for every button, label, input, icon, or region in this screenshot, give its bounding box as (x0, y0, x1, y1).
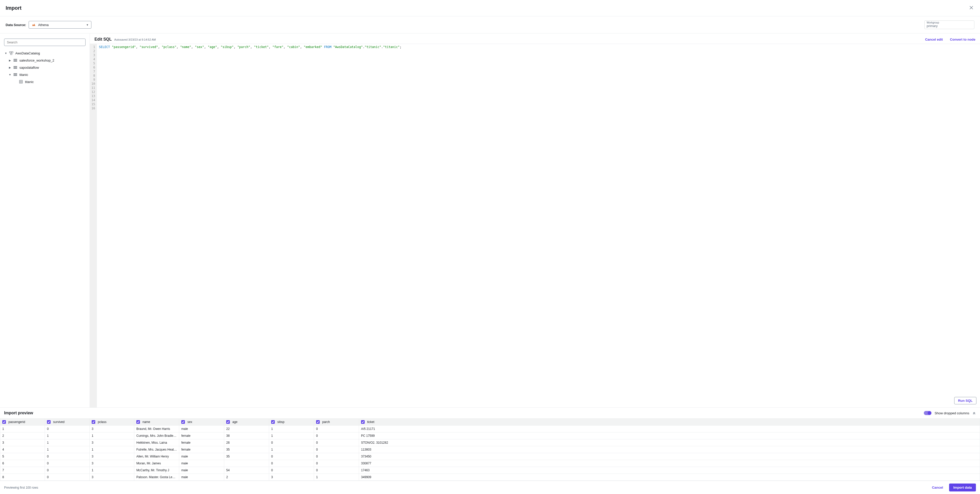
column-checkbox-parch[interactable] (316, 420, 320, 424)
catalog-tree: ▼ AwsDataCatalog ▶ salesforce_workshop_2 (4, 49, 86, 85)
column-label: sex (188, 420, 192, 424)
page-title: Import (6, 5, 21, 11)
table-cell: 0 (314, 453, 359, 460)
table-row: 603Moran, Mr. Jamesmale00330877 (0, 460, 980, 467)
column-label: age (232, 420, 237, 424)
editor-header: Edit SQL Autosaved 3/23/23 at 9:14:52 AM… (90, 33, 980, 44)
run-sql-button[interactable]: Run SQL (954, 397, 977, 404)
modal-header: Import (0, 0, 980, 16)
table-cell: 54 (224, 467, 269, 474)
table-cell: 35 (224, 453, 269, 460)
show-dropped-toggle[interactable] (924, 411, 931, 415)
tree-db-salesforce[interactable]: ▶ salesforce_workshop_2 (8, 57, 86, 64)
collapse-icon (972, 411, 976, 414)
svg-rect-4 (14, 60, 17, 61)
table-cell: male (179, 460, 224, 467)
cancel-edit-button[interactable]: Cancel edit (925, 38, 943, 41)
table-cell: 0 (45, 460, 90, 467)
svg-rect-0 (10, 52, 11, 53)
table-cell: 3 (90, 474, 134, 481)
close-button[interactable] (968, 4, 974, 12)
table-cell: 1 (269, 446, 314, 453)
tree-catalog[interactable]: ▼ AwsDataCatalog (4, 49, 86, 57)
toggle-knob (928, 411, 931, 415)
sql-code[interactable]: SELECT "passengerid", "survived", "pclas… (97, 44, 980, 407)
table-cell: 3 (0, 439, 45, 446)
table-cell: Moran, Mr. James (134, 460, 179, 467)
column-header-survived: survived (45, 419, 90, 425)
tree-db-sapodataflow[interactable]: ▶ sapodataflow (8, 64, 86, 71)
caret-down-icon: ▼ (9, 73, 11, 76)
table-cell: 0 (45, 474, 90, 481)
code-editor[interactable]: 12345678910111213141516 SELECT "passenge… (90, 44, 980, 407)
table-cell: 1 (269, 425, 314, 432)
column-checkbox-sex[interactable] (181, 420, 185, 424)
tree-db-label: titanic (19, 73, 28, 76)
tree-db-titanic[interactable]: ▼ titanic (8, 71, 86, 78)
close-icon (969, 6, 974, 10)
cancel-button[interactable]: Cancel (928, 483, 947, 491)
table-cell: STON/O2. 3101282 (359, 439, 980, 446)
tree-db-label: salesforce_workshop_2 (19, 59, 54, 62)
table-cell: 0 (314, 439, 359, 446)
svg-rect-2 (11, 53, 12, 55)
column-checkbox-name[interactable] (136, 420, 140, 424)
column-label: pclass (98, 420, 107, 424)
collapse-button[interactable] (972, 411, 976, 415)
svg-rect-3 (14, 59, 17, 59)
column-checkbox-sibsp[interactable] (271, 420, 275, 424)
column-header-sibsp: sibsp (269, 419, 314, 425)
column-header-age: age (224, 419, 269, 425)
column-checkbox-ticket[interactable] (361, 420, 364, 424)
table-row: 313Heikkinen, Miss. Lainafemale2600STON/… (0, 439, 980, 446)
datasource-label: Data Source: (6, 23, 26, 27)
column-label: name (143, 420, 150, 424)
table-cell: female (179, 432, 224, 439)
column-header-pclass: pclass (90, 419, 134, 425)
table-cell: 0 (269, 453, 314, 460)
table-body: 103Braund, Mr. Owen Harrismale2210A/5 21… (0, 425, 980, 481)
column-checkbox-age[interactable] (226, 420, 230, 424)
table-cell: 113803 (359, 446, 980, 453)
table-cell: 3 (90, 425, 134, 432)
table-cell: 1 (90, 432, 134, 439)
svg-rect-8 (14, 68, 17, 69)
table-cell: 330877 (359, 460, 980, 467)
column-checkbox-passengerid[interactable] (2, 420, 6, 424)
table-cell: 0 (45, 453, 90, 460)
table-cell: 1 (269, 432, 314, 439)
table-cell: male (179, 453, 224, 460)
tree-table-titanic[interactable]: titanic (18, 78, 86, 85)
table-cell: A/5 21171 (359, 425, 980, 432)
caret-right-icon: ▶ (9, 66, 11, 69)
table-row: 701McCarthy, Mr. Timothy Jmale540017463 (0, 467, 980, 474)
database-icon (13, 65, 18, 70)
convert-to-node-button[interactable]: Convert to node (950, 38, 975, 41)
table-cell: 4 (0, 446, 45, 453)
import-data-button[interactable]: Import data (949, 483, 976, 491)
workgroup-field[interactable]: Workgroup primary (924, 21, 974, 29)
column-checkbox-pclass[interactable] (92, 420, 95, 424)
table-cell: 6 (0, 460, 45, 467)
table-cell: Heikkinen, Miss. Laina (134, 439, 179, 446)
svg-rect-11 (14, 75, 17, 76)
column-header-ticket: ticket (359, 419, 980, 425)
tree-databases: ▶ salesforce_workshop_2 ▶ sapodataflow (4, 57, 86, 85)
table-cell: 22 (224, 425, 269, 432)
table-cell: 3 (90, 460, 134, 467)
footer-status: Previewing first 100 rows (4, 486, 38, 489)
table-cell: Cumings, Mrs. John Bradley (Florenc (134, 432, 179, 439)
datasource-select[interactable]: Athena ▼ (29, 21, 91, 29)
main-area: ▼ AwsDataCatalog ▶ salesforce_workshop_2 (0, 33, 980, 407)
svg-rect-5 (14, 61, 17, 62)
table-cell: 38 (224, 432, 269, 439)
table-cell: Futrelle, Mrs. Jacques Heath (Lily Ma (134, 446, 179, 453)
table-icon (19, 80, 23, 84)
catalog-icon (9, 51, 13, 55)
table-cell (224, 460, 269, 467)
search-input[interactable] (4, 38, 86, 46)
table-cell: Braund, Mr. Owen Harris (134, 425, 179, 432)
table-cell: 1 (90, 446, 134, 453)
column-checkbox-survived[interactable] (47, 420, 51, 424)
table-cell: 5 (0, 453, 45, 460)
